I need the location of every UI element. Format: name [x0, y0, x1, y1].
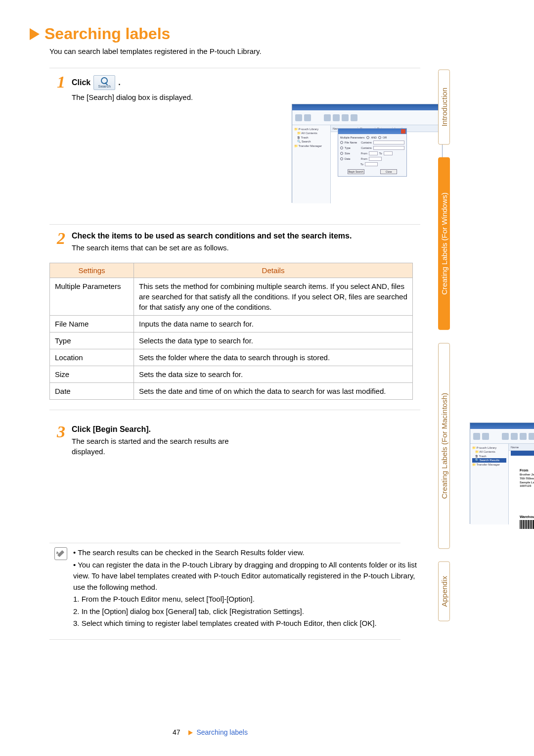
page-footer: 47 Searching labels — [0, 728, 420, 736]
barcode-icon — [520, 520, 534, 529]
side-navigation-tabs: Introduction Creating Labels (For Window… — [438, 69, 450, 621]
table-row: LocationSets the folder where the data t… — [50, 349, 413, 366]
search-dialog: Multiple Parameters:ANDOR File NameConta… — [338, 128, 407, 177]
step1-head-suffix: . — [118, 78, 120, 87]
footer-arrow-icon — [188, 730, 193, 735]
window-titlebar — [470, 423, 534, 429]
search-button-label: Search — [98, 84, 111, 89]
th-settings: Settings — [50, 263, 134, 278]
step-number: 3 — [57, 425, 72, 457]
step2-head: Check the items to be used as search con… — [72, 232, 352, 240]
table-row: File NameInputs the data name to search … — [50, 316, 413, 332]
step1-desc: The [Search] dialog box is displayed. — [72, 92, 420, 102]
search-icon — [101, 77, 108, 84]
divider — [49, 639, 400, 640]
table-row: TypeSelects the data type to search for. — [50, 332, 413, 349]
note-icon — [54, 547, 67, 560]
note-step: 3. Select which timing to register label… — [73, 618, 420, 629]
screenshot-search-results: 📁 P-touch Library 📁 All Contents 🗑 Trash… — [470, 423, 534, 524]
folder-tree: 📁 P-touch Library 📁 All Contents 🗑 Trash… — [292, 125, 331, 203]
divider — [49, 543, 400, 543]
note-step: 1. From the P-touch Editor menu, select … — [73, 594, 420, 605]
heading-text: Searching labels — [44, 25, 170, 43]
heading-arrow-icon — [30, 28, 40, 40]
table-row: SizeSets the data size to search for. — [50, 366, 413, 383]
divider — [49, 224, 420, 225]
window-toolbar — [470, 429, 534, 444]
step1-head-prefix: Click — [72, 78, 90, 87]
note-bullet: • You can register the data in the P-tou… — [73, 560, 420, 593]
step-number: 1 — [57, 75, 72, 102]
table-row: Multiple ParametersThis sets the method … — [50, 278, 413, 316]
label-preview: From Brother Japan 700-700mm Sample Labe… — [520, 469, 534, 529]
intro-paragraph: You can search label templates registere… — [49, 47, 420, 55]
settings-table: Settings Details Multiple ParametersThis… — [49, 263, 413, 400]
close-button[interactable]: Close — [380, 169, 397, 174]
step-2: 2 Check the items to be used as search c… — [57, 232, 420, 253]
divider — [49, 410, 420, 410]
note-bullet: • The search results can be checked in t… — [73, 547, 420, 559]
divider — [49, 68, 420, 68]
close-icon[interactable] — [401, 129, 405, 134]
table-row: DateSets the date and time of on which t… — [50, 383, 413, 400]
step2-desc: The search items that can be set are as … — [72, 242, 420, 253]
th-details: Details — [134, 263, 413, 278]
tab-creating-labels-windows[interactable]: Creating Labels (For Windows) — [438, 157, 450, 330]
window-titlebar — [292, 104, 442, 110]
begin-search-button[interactable]: Begin Search — [348, 169, 364, 174]
folder-tree: 📁 P-touch Library 📁 All Contents 🗑 Trash… — [470, 444, 509, 524]
step-1: 1 Click Search . The [Search] dialog box… — [57, 75, 420, 102]
tab-introduction[interactable]: Introduction — [438, 69, 450, 144]
page-number: 47 — [173, 728, 180, 736]
notes-block: • The search results can be checked in t… — [54, 547, 420, 630]
step3-head: Click [Begin Search]. — [72, 425, 151, 433]
tab-creating-labels-macintosh[interactable]: Creating Labels (For Macintosh) — [438, 343, 450, 549]
window-toolbar — [292, 110, 442, 125]
step-number: 2 — [57, 232, 72, 253]
footer-label: Searching labels — [196, 728, 248, 736]
search-toolbar-button[interactable]: Search — [93, 75, 115, 90]
step3-desc: The search is started and the search res… — [72, 436, 245, 457]
screenshot-search-dialog: 📁 P-touch Library 📁 All Contents 🗑 Trash… — [292, 104, 443, 203]
tab-appendix[interactable]: Appendix — [438, 562, 450, 621]
note-step: 2. In the [Option] dialog box [General] … — [73, 606, 420, 617]
section-heading: Searching labels — [30, 25, 420, 43]
